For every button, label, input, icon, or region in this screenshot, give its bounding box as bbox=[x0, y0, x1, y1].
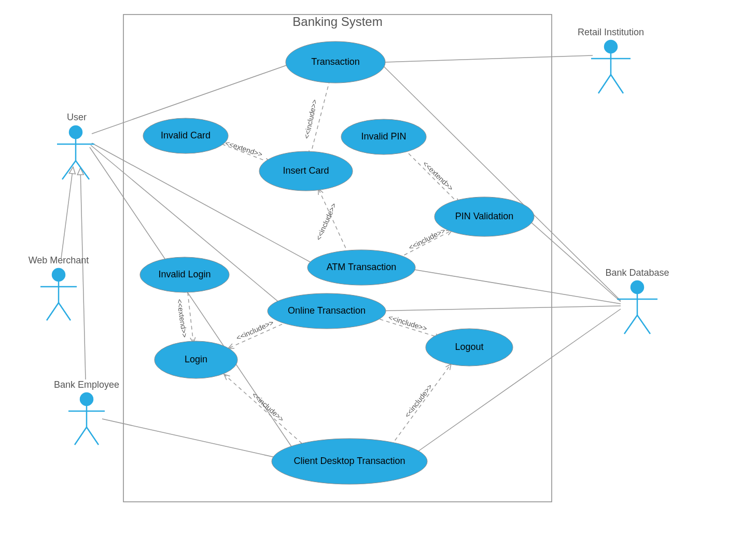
svg-text:Login: Login bbox=[185, 354, 207, 364]
actor-bank-database-label: Bank Database bbox=[605, 268, 669, 278]
actor-web-merchant-label: Web Merchant bbox=[29, 255, 89, 265]
svg-text:Invalid Card: Invalid Card bbox=[161, 130, 211, 140]
st-atm-pin: <<include>> bbox=[407, 226, 446, 251]
usecase-client-desktop-transaction: Client Desktop Transaction bbox=[272, 439, 427, 484]
assoc-db-pin bbox=[525, 217, 621, 302]
usecase-pin-validation: PIN Validation bbox=[435, 197, 534, 236]
svg-line-41 bbox=[611, 75, 623, 93]
usecase-invalid-card: Invalid Card bbox=[143, 118, 228, 153]
svg-point-37 bbox=[605, 40, 617, 53]
actor-retail-institution bbox=[591, 40, 631, 93]
svg-line-35 bbox=[75, 427, 87, 445]
usecase-invalid-pin: Invalid PIN bbox=[341, 119, 426, 154]
actor-bank-database bbox=[617, 281, 657, 334]
actor-bank-employee bbox=[68, 393, 105, 445]
usecase-logout: Logout bbox=[426, 329, 513, 366]
st-cdt-login: <<include>> bbox=[250, 390, 286, 423]
svg-text:Transaction: Transaction bbox=[311, 57, 359, 67]
svg-line-26 bbox=[76, 161, 89, 179]
svg-line-31 bbox=[59, 303, 71, 320]
svg-line-45 bbox=[624, 315, 637, 334]
assoc-db-transaction bbox=[384, 66, 621, 301]
usecase-atm-transaction: ATM Transaction bbox=[307, 250, 415, 285]
usecase-online-transaction: Online Transaction bbox=[268, 293, 386, 329]
use-case-diagram: Banking System Insert Card --> Ins bbox=[0, 0, 756, 535]
st-online-logout: <<include>> bbox=[387, 313, 428, 333]
actor-user-label: User bbox=[67, 112, 87, 122]
svg-point-27 bbox=[52, 269, 65, 281]
svg-text:ATM Transaction: ATM Transaction bbox=[327, 262, 397, 272]
svg-point-32 bbox=[80, 393, 93, 405]
assoc-emp-cdt bbox=[102, 419, 293, 461]
svg-text:Client Desktop Transaction: Client Desktop Transaction bbox=[293, 456, 405, 466]
svg-text:Invalid PIN: Invalid PIN bbox=[361, 131, 406, 142]
svg-text:Insert Card: Insert Card bbox=[283, 165, 329, 176]
usecase-invalid-login: Invalid Login bbox=[140, 257, 229, 292]
usecase-login: Login bbox=[155, 341, 237, 378]
svg-text:Logout: Logout bbox=[455, 342, 483, 352]
gen-employee-user bbox=[80, 168, 86, 379]
assoc-db-online bbox=[371, 306, 621, 311]
svg-text:Online Transaction: Online Transaction bbox=[288, 305, 366, 316]
actor-web-merchant bbox=[40, 269, 77, 320]
assoc-retail-transaction bbox=[384, 55, 593, 62]
st-invpin-pin: <<extend>> bbox=[421, 159, 455, 192]
usecase-transaction: Transaction bbox=[286, 41, 385, 83]
svg-line-25 bbox=[62, 161, 76, 179]
dep-cdt-logout bbox=[391, 364, 451, 446]
st-atm-insert: <<include>> bbox=[314, 202, 338, 242]
actor-bank-employee-label: Bank Employee bbox=[54, 379, 119, 390]
usecase-insert-card: Insert Card bbox=[259, 151, 353, 191]
svg-point-22 bbox=[69, 126, 82, 138]
svg-point-42 bbox=[631, 281, 643, 293]
dep-cdt-login bbox=[224, 374, 307, 448]
st-cdt-logout: <<include>> bbox=[403, 383, 434, 419]
actor-user bbox=[57, 126, 94, 179]
actor-retail-institution-label: Retail Institution bbox=[578, 27, 644, 37]
dep-invpin-pin bbox=[409, 153, 459, 204]
svg-line-30 bbox=[47, 303, 59, 320]
svg-line-46 bbox=[637, 315, 650, 334]
svg-text:Invalid Login: Invalid Login bbox=[158, 269, 211, 279]
assoc-db-cdt bbox=[410, 309, 621, 457]
gen-webmerchant-user bbox=[61, 167, 73, 258]
svg-line-36 bbox=[87, 427, 99, 445]
system-title: Banking System bbox=[292, 15, 382, 29]
svg-line-40 bbox=[598, 75, 611, 93]
svg-text:PIN Validation: PIN Validation bbox=[455, 211, 514, 221]
st-invcard-insert: <<extend>> bbox=[224, 139, 263, 159]
st-invlogin-login: <<extend>> bbox=[175, 299, 189, 338]
